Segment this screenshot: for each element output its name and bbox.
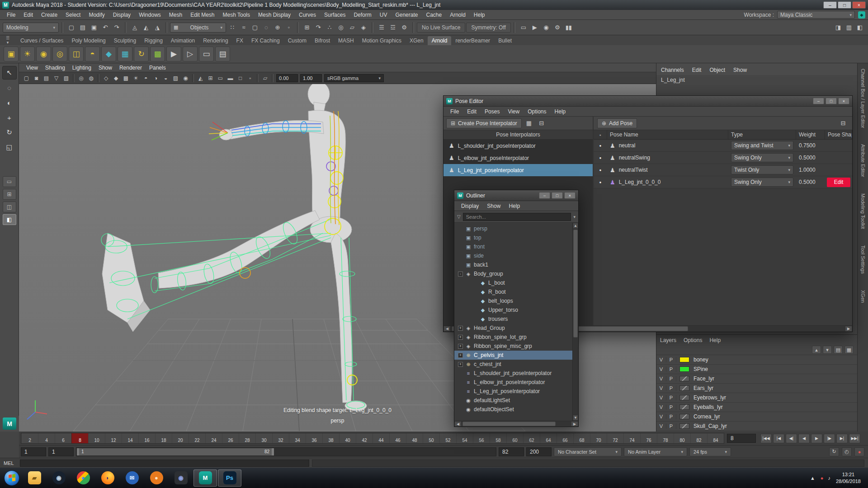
- layer-color-swatch[interactable]: [679, 423, 689, 429]
- timeline-frame[interactable]: 16: [138, 433, 155, 443]
- mask-joints-icon[interactable]: ⊕: [272, 22, 283, 33]
- pose-type-dropdown[interactable]: Swing Only ▾: [731, 178, 793, 187]
- construction-history-icon[interactable]: ⚙: [399, 22, 410, 33]
- shelf-tab[interactable]: Arnold: [428, 36, 452, 45]
- isolate-select-icon[interactable]: ◭: [196, 73, 205, 83]
- timeline-frame[interactable]: 28: [239, 433, 255, 443]
- arnold-sequence-render-icon[interactable]: ▤: [215, 47, 230, 61]
- timeline-frame[interactable]: 78: [657, 433, 674, 443]
- select-camera-icon[interactable]: ▢: [22, 73, 31, 83]
- layer-color-swatch[interactable]: [679, 366, 689, 372]
- channel-box-object-name[interactable]: L_Leg_jnt: [656, 75, 857, 85]
- workspace-selector[interactable]: Maya Classic ▾: [777, 11, 855, 19]
- show-hidden-icons-button[interactable]: ▲: [810, 475, 815, 481]
- sidebar-tab[interactable]: Tool Settings: [860, 245, 866, 274]
- system-clock[interactable]: 13:21 28/06/2018: [836, 471, 861, 484]
- timeline-frame[interactable]: 14: [122, 433, 138, 443]
- pause-viewport-icon[interactable]: ▮▮: [563, 22, 574, 33]
- create-layer-from-selected-icon[interactable]: ▦: [844, 346, 854, 354]
- render-settings-icon[interactable]: ⚙: [552, 22, 563, 33]
- menu-item[interactable]: File: [446, 108, 463, 116]
- select-hierarchy-icon[interactable]: ◬: [129, 22, 140, 33]
- menu-item[interactable]: Display: [457, 202, 483, 210]
- firefox-icon[interactable]: ◗: [96, 469, 119, 487]
- layer-color-swatch[interactable]: [679, 404, 689, 410]
- panel-menu-item[interactable]: Panels: [146, 64, 170, 71]
- menu-item[interactable]: Curves: [295, 11, 320, 19]
- snap-to-grid-icon[interactable]: ⊞: [302, 22, 312, 33]
- make-live-icon[interactable]: ◈: [358, 22, 369, 33]
- minimize-button[interactable]: –: [813, 98, 824, 104]
- scroll-right-icon[interactable]: ▶: [571, 421, 578, 427]
- outliner-item[interactable]: ◆ R_boot: [454, 287, 572, 296]
- timeline-frame[interactable]: 50: [423, 433, 439, 443]
- timeline-frame[interactable]: 24: [205, 433, 222, 443]
- anim-preferences-icon[interactable]: ◴: [842, 447, 852, 456]
- menu-item[interactable]: Mesh: [165, 11, 186, 19]
- redo-icon[interactable]: ↷: [111, 22, 122, 33]
- new-interpolator-tab-icon[interactable]: ▦: [524, 118, 534, 129]
- expand-toggle[interactable]: +: [458, 344, 463, 349]
- layer-row[interactable]: V P boney: [656, 355, 857, 365]
- column-pose-name[interactable]: Pose Name: [607, 130, 728, 139]
- outliner-item[interactable]: + ◈ Head_Group: [454, 324, 572, 333]
- new-scene-icon[interactable]: ▢: [66, 22, 77, 33]
- snap-to-point-icon[interactable]: ∴: [324, 22, 335, 33]
- column-weight[interactable]: Weight: [796, 130, 825, 139]
- shelf-tab[interactable]: Rendering: [199, 36, 232, 45]
- range-start-handle[interactable]: [77, 448, 79, 455]
- shelf-tab[interactable]: Poly Modeling: [67, 36, 109, 45]
- layer-playback-toggle[interactable]: P: [666, 423, 676, 429]
- timeline-frame[interactable]: 2: [21, 433, 38, 443]
- arnold-render-icon[interactable]: ▶: [166, 47, 181, 61]
- timeline-frame[interactable]: 58: [490, 433, 506, 443]
- layer-row[interactable]: V P Face_lyr: [656, 374, 857, 384]
- lock-camera-icon[interactable]: ◙: [32, 73, 41, 83]
- outliner-item[interactable]: + ◈ Ribbon_spine_lot_grp: [454, 333, 572, 342]
- shelf-tab[interactable]: FX: [232, 36, 247, 45]
- persp-outliner-layout-icon[interactable]: ◫: [3, 202, 16, 212]
- panel-menu-item[interactable]: Lighting: [69, 64, 95, 71]
- select-component-icon[interactable]: ◮: [152, 22, 163, 33]
- minimize-button[interactable]: –: [539, 192, 550, 199]
- menu-item[interactable]: Object: [709, 67, 725, 73]
- menu-item[interactable]: Help: [470, 11, 489, 19]
- layer-playback-toggle[interactable]: P: [666, 376, 676, 381]
- menu-set-selector[interactable]: Modeling ▾: [3, 23, 59, 33]
- orange-app-icon[interactable]: ●: [145, 469, 168, 487]
- arnold-standin-icon[interactable]: ◆: [101, 47, 116, 61]
- bookmarks-icon[interactable]: ▽: [52, 73, 61, 83]
- pose-row[interactable]: ● ♟ neutralTwist Twist Only ▾: [594, 164, 852, 176]
- maya-icon[interactable]: M: [193, 469, 217, 487]
- timeline-frame[interactable]: 54: [456, 433, 473, 443]
- layer-visibility-toggle[interactable]: V: [656, 376, 666, 381]
- snap-to-projected-center-icon[interactable]: ◎: [335, 22, 346, 33]
- outliner-item[interactable]: + ⊕ C_pelvis_jnt: [454, 351, 572, 360]
- shelf-tab[interactable]: Custom: [284, 36, 311, 45]
- timeline-frame[interactable]: 34: [289, 433, 306, 443]
- pose-enabled-dot[interactable]: ●: [599, 168, 602, 172]
- arnold-volume-icon[interactable]: ▦: [118, 47, 132, 61]
- anim-layer-dropdown[interactable]: No Anim Layer ▾: [624, 447, 687, 456]
- timeline-frame[interactable]: 4: [38, 433, 55, 443]
- snap-to-view-plane-icon[interactable]: ▱: [347, 22, 358, 33]
- timeline-frame[interactable]: 68: [573, 433, 590, 443]
- layer-row[interactable]: V P Cornea_lyr: [656, 412, 857, 422]
- menu-item[interactable]: Options: [684, 337, 702, 343]
- menu-item[interactable]: Modify: [85, 11, 108, 19]
- shelf-tab[interactable]: Sculpting: [110, 36, 140, 45]
- timeline-frame[interactable]: 48: [406, 433, 423, 443]
- delete-pose-icon[interactable]: ⊟: [838, 118, 849, 129]
- menu-item[interactable]: Poses: [481, 108, 504, 116]
- timeline-frame[interactable]: 66: [557, 433, 573, 443]
- menu-item[interactable]: Generate: [391, 11, 422, 19]
- image-plane-icon[interactable]: ▧: [61, 73, 71, 83]
- outliner-item[interactable]: + ⊕ c_chest_jnt: [454, 360, 572, 369]
- pose-type-dropdown[interactable]: Swing and Twist ▾: [731, 141, 793, 150]
- auto-keyframe-icon[interactable]: ●: [854, 447, 864, 456]
- minimize-button[interactable]: –: [823, 1, 837, 9]
- menu-item[interactable]: Arnold: [446, 11, 470, 19]
- input-connections-icon[interactable]: ☰: [376, 22, 387, 33]
- outliner-titlebar[interactable]: M Outliner –□×: [454, 190, 578, 201]
- safe-title-icon[interactable]: ▫: [245, 73, 255, 83]
